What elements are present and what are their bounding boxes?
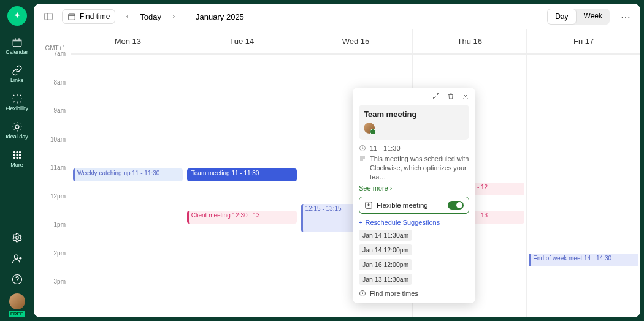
sparkle-square-icon	[364, 201, 373, 210]
day-header: Fri 17	[527, 29, 640, 54]
svg-point-1	[15, 125, 19, 129]
panel-toggle-button[interactable]	[41, 9, 56, 24]
event-popover: Team meeting 11 - 11:30 This meeting was…	[353, 88, 475, 303]
view-segment: Day Week	[547, 9, 610, 25]
event-time: 12:30 - 13	[232, 212, 260, 219]
svg-point-6	[16, 154, 17, 156]
event-title: Team meeting	[191, 170, 230, 176]
svg-rect-0	[13, 39, 21, 47]
find-more-times-button[interactable]: Find more times	[359, 290, 469, 297]
chevron-left-icon	[124, 13, 131, 20]
sidebar-item-flexibility[interactable]: Flexibility	[0, 88, 34, 116]
expand-button[interactable]	[432, 93, 440, 101]
suggestion-chip[interactable]: Jan 14 12:00pm	[359, 244, 412, 255]
flexible-toggle[interactable]	[448, 201, 464, 210]
plus-icon: +	[359, 219, 362, 226]
user-plus-icon	[12, 253, 23, 264]
event-time: 11 - 11:30	[231, 170, 259, 176]
suggestion-chip[interactable]: Jan 13 11:30am	[359, 274, 412, 285]
delete-button[interactable]	[447, 93, 454, 101]
toolbar: Find time Today January 2025 Day Week ⋯	[34, 4, 640, 29]
event-weekly-catching-up[interactable]: Weekly catching up 11 - 11:30	[73, 168, 183, 181]
svg-point-10	[19, 157, 20, 158]
prev-button[interactable]	[121, 10, 134, 23]
day-column-fri[interactable]: Fri 17 End of week meet 14 - 14:30	[526, 29, 640, 317]
svg-point-3	[16, 151, 17, 153]
today-button[interactable]: Today	[140, 12, 161, 21]
close-button[interactable]	[462, 93, 469, 101]
view-day-button[interactable]: Day	[547, 9, 576, 25]
panel-icon	[44, 12, 53, 21]
link-icon	[12, 65, 23, 76]
gear-icon	[12, 232, 23, 243]
description-icon	[359, 154, 366, 162]
svg-rect-14	[45, 13, 52, 20]
svg-point-9	[16, 157, 17, 158]
close-icon	[462, 93, 469, 100]
event-team-meeting[interactable]: Team meeting 11 - 11:30	[187, 168, 297, 181]
popover-header: Team meeting	[359, 105, 469, 140]
help-button[interactable]	[12, 270, 23, 291]
user-avatar[interactable]	[9, 293, 25, 309]
invite-button[interactable]	[12, 249, 23, 270]
reschedule-suggestions-button[interactable]: + Reschedule Suggestions	[359, 219, 469, 226]
calendar-search-icon	[67, 12, 76, 21]
sidebar-item-calendar[interactable]: Calendar	[0, 32, 34, 60]
event-time: 11 - 11:30	[132, 170, 159, 176]
attendee-avatar[interactable]	[364, 123, 375, 134]
sidebar-item-ideal-day[interactable]: Ideal day	[0, 116, 34, 145]
event-end-of-week[interactable]: End of week meet 14 - 14:30	[529, 254, 638, 266]
svg-point-7	[19, 154, 20, 156]
clock-icon	[359, 145, 366, 152]
suggestion-chip[interactable]: Jan 14 11:30am	[359, 230, 412, 241]
chevron-right-icon	[170, 13, 177, 20]
sidebar-item-links[interactable]: Links	[0, 60, 34, 88]
suggestion-chip[interactable]: Jan 16 12:00pm	[359, 259, 412, 270]
plan-badge: FREE	[9, 311, 25, 317]
event-client-meeting[interactable]: Client meeting 12:30 - 13	[187, 211, 297, 224]
more-menu-button[interactable]: ⋯	[618, 9, 633, 24]
svg-rect-15	[69, 14, 75, 20]
flexible-meeting-row: Flexible meeting	[359, 197, 469, 214]
hour-label: 10am	[50, 136, 66, 143]
hour-label: 11am	[50, 164, 66, 171]
expand-icon	[432, 93, 440, 100]
sparkle-icon	[12, 11, 22, 21]
day-column-tue[interactable]: Tue 14 Team meeting 11 - 11:30 Client me…	[185, 29, 299, 317]
view-week-button[interactable]: Week	[577, 9, 610, 25]
day-column-mon[interactable]: Mon 13 Weekly catching up 11 - 11:30	[71, 29, 185, 317]
hour-label: 7am	[54, 50, 66, 57]
calendar-grid: GMT+1 7am 8am 9am 10am 11am 12pm 1pm 2pm…	[34, 29, 640, 317]
sidebar-item-label: More	[10, 162, 23, 168]
time-column: GMT+1 7am 8am 9am 10am 11am 12pm 1pm 2pm…	[34, 29, 71, 317]
sidebar-item-more[interactable]: More	[0, 145, 34, 173]
event-title: Weekly catching up	[77, 170, 131, 176]
settings-button[interactable]	[12, 228, 23, 249]
hour-label: 9am	[54, 107, 66, 114]
sidebar-item-label: Links	[10, 77, 23, 83]
event-time: 14 - 14:30	[584, 255, 611, 262]
find-time-button[interactable]: Find time	[62, 9, 115, 24]
help-icon	[12, 274, 23, 285]
find-time-label: Find time	[80, 12, 110, 21]
sidebar-item-label: Flexibility	[6, 105, 28, 111]
svg-point-8	[13, 157, 15, 158]
day-columns: Mon 13 Weekly catching up 11 - 11:30 Tue…	[71, 29, 640, 317]
svg-point-5	[13, 154, 15, 156]
app-logo[interactable]	[7, 6, 27, 26]
day-header: Mon 13	[71, 29, 185, 54]
dots-icon: ⋯	[621, 11, 631, 23]
sidebar-item-label: Calendar	[6, 49, 28, 55]
clock-refresh-icon	[359, 290, 366, 297]
popover-time: 11 - 11:30	[370, 145, 401, 152]
event-title: Client meeting	[191, 212, 231, 219]
svg-point-2	[13, 151, 15, 153]
flex-icon	[12, 93, 23, 104]
next-button[interactable]	[167, 10, 180, 23]
sun-icon	[12, 121, 23, 132]
see-more-button[interactable]: See more ›	[359, 184, 469, 192]
popover-title: Team meeting	[364, 110, 464, 119]
calendar-icon	[12, 37, 23, 48]
svg-point-11	[15, 236, 18, 240]
day-header: Tue 14	[185, 29, 299, 54]
